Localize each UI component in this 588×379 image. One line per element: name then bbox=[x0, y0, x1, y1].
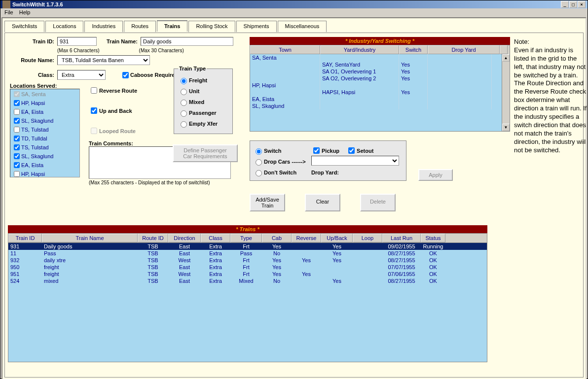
app-window: SwitchWithIt 1.7.3.6 _ □ × File Help Swi… bbox=[0, 0, 588, 379]
th-type[interactable]: Type bbox=[230, 234, 262, 242]
th-dir[interactable]: Direction bbox=[168, 234, 201, 242]
close-button[interactable]: × bbox=[578, 1, 586, 8]
trains-grid-body[interactable]: 931Daily goodsTSBEastExtraFrtYesYes09/02… bbox=[8, 243, 487, 362]
train-type-legend: Train Type bbox=[178, 66, 207, 71]
col-town[interactable]: Town bbox=[250, 45, 320, 54]
th-status[interactable]: Status bbox=[421, 234, 445, 242]
switching-row[interactable]: SA, Senta bbox=[250, 54, 510, 61]
menu-file[interactable]: File bbox=[4, 9, 13, 15]
drop-cars-radio[interactable] bbox=[256, 159, 262, 166]
location-item[interactable]: TD, Tulldal bbox=[11, 134, 79, 143]
th-loop[interactable]: Loop bbox=[353, 234, 382, 242]
add-save-train-button[interactable]: Add/Save Train bbox=[250, 194, 285, 211]
tab-routes[interactable]: Routes bbox=[124, 21, 156, 32]
train-type-mixed-radio[interactable] bbox=[181, 100, 187, 106]
app-icon bbox=[2, 0, 10, 8]
scroll-up-icon[interactable]: ▲ bbox=[502, 54, 510, 62]
location-item[interactable]: SA, Senta bbox=[11, 90, 79, 99]
tab-industries[interactable]: Industries bbox=[84, 21, 123, 32]
location-item[interactable]: TS, Tulstad bbox=[11, 143, 79, 152]
drop-cars-select[interactable] bbox=[311, 156, 399, 166]
caboose-checkbox[interactable] bbox=[122, 72, 129, 78]
location-checkbox[interactable] bbox=[14, 118, 20, 124]
location-checkbox[interactable] bbox=[14, 100, 20, 106]
clear-button[interactable]: Clear bbox=[305, 194, 340, 211]
location-checkbox[interactable] bbox=[14, 153, 20, 159]
train-row[interactable]: 931Daily goodsTSBEastExtraFrtYesYes09/02… bbox=[8, 243, 487, 250]
th-rev[interactable]: Reverse bbox=[292, 234, 321, 242]
dont-switch-radio[interactable] bbox=[256, 170, 262, 176]
switching-row[interactable]: SL, Skaglund bbox=[250, 103, 510, 109]
train-id-input[interactable] bbox=[57, 37, 97, 46]
route-name-label: Route Name: bbox=[10, 57, 54, 63]
train-row[interactable]: 951freightTSBWestExtraFrtYesYes07/06/195… bbox=[8, 271, 487, 277]
location-checkbox[interactable] bbox=[14, 91, 20, 97]
reverse-route-checkbox[interactable] bbox=[91, 87, 97, 94]
th-name[interactable]: Train Name bbox=[42, 234, 138, 242]
train-name-input[interactable] bbox=[141, 37, 233, 46]
train-form: Train ID: Train Name: (Max 6 Characters)… bbox=[10, 37, 247, 185]
location-checkbox[interactable] bbox=[14, 127, 20, 133]
switching-row[interactable]: SAY, SentaYardYes bbox=[250, 61, 510, 68]
th-cab[interactable]: Cab bbox=[262, 234, 292, 242]
location-item[interactable]: HP, Hapsi bbox=[11, 99, 79, 107]
location-item[interactable]: TS, Tulstad bbox=[11, 125, 79, 134]
location-item[interactable]: SL, Skaglund bbox=[11, 116, 79, 125]
switching-grid: Town Yard/Industry Switch Drop Yard SA, … bbox=[250, 45, 510, 132]
route-name-select[interactable]: TSB, Tuldall Senta Banen bbox=[57, 55, 150, 65]
up-and-back-checkbox[interactable] bbox=[91, 107, 97, 114]
train-row[interactable]: 11PassTSBEastExtraPassNoYes08/27/1955OK bbox=[8, 250, 487, 257]
train-row[interactable]: 950freightTSBEastExtraFrtYes07/07/1955OK bbox=[8, 264, 487, 271]
location-label: HP, Hapsi bbox=[21, 100, 45, 106]
switching-row[interactable]: SA O2, Overlevering 2Yes bbox=[250, 75, 510, 82]
train-type-freight-radio[interactable] bbox=[181, 78, 187, 84]
col-switch[interactable]: Switch bbox=[399, 45, 428, 54]
train-id-label: Train ID: bbox=[10, 38, 54, 44]
tab-miscellaneous[interactable]: Miscellaneous bbox=[278, 21, 327, 32]
switching-row[interactable]: SA O1, Overlevering 1Yes bbox=[250, 68, 510, 75]
train-type-empty-radio[interactable] bbox=[181, 121, 187, 128]
switching-row[interactable]: HP, Hapsi bbox=[250, 82, 510, 89]
train-row[interactable]: 524mixedTSBEastExtraMixedNoYes08/27/1955… bbox=[8, 277, 487, 284]
class-select[interactable]: Extra bbox=[57, 70, 106, 80]
location-checkbox[interactable] bbox=[14, 162, 20, 168]
location-item[interactable]: HP, Hapsi bbox=[11, 170, 79, 177]
switching-grid-body[interactable]: SA, SentaSAY, SentaYardYesSA O1, Overlev… bbox=[250, 54, 510, 131]
location-checkbox[interactable] bbox=[14, 136, 20, 141]
location-checkbox[interactable] bbox=[14, 144, 20, 150]
tab-locations[interactable]: Locations bbox=[45, 21, 83, 32]
train-type-unit-label: Unit bbox=[189, 88, 199, 94]
th-class[interactable]: Class bbox=[201, 234, 230, 242]
tab-rolling-stock[interactable]: Rolling Stock bbox=[188, 21, 235, 32]
switch-radio[interactable] bbox=[256, 148, 262, 155]
th-id[interactable]: Train ID bbox=[8, 234, 42, 242]
tab-switchlists[interactable]: Switchlists bbox=[4, 21, 44, 32]
train-name-label: Train Name: bbox=[107, 38, 138, 44]
location-checkbox[interactable] bbox=[14, 109, 20, 115]
tab-trains[interactable]: Trains bbox=[157, 20, 187, 32]
th-last[interactable]: Last Run bbox=[382, 234, 421, 242]
switching-row[interactable]: HAPSI, HapsiYes bbox=[250, 89, 510, 96]
train-type-unit-radio[interactable] bbox=[181, 89, 187, 95]
menu-help[interactable]: Help bbox=[19, 9, 31, 15]
switching-scrollbar[interactable]: ▲ ▼ bbox=[502, 54, 510, 131]
setout-checkbox[interactable] bbox=[348, 147, 355, 154]
switching-row[interactable]: EA, Eista bbox=[250, 96, 510, 103]
tab-shipments[interactable]: Shipments bbox=[236, 21, 277, 32]
minimize-button[interactable]: _ bbox=[561, 1, 569, 8]
location-checkbox[interactable] bbox=[14, 171, 20, 177]
location-item[interactable]: SL, Skaglund bbox=[11, 152, 79, 161]
th-route[interactable]: Route ID bbox=[138, 234, 168, 242]
location-item[interactable]: EA, Eista bbox=[11, 107, 79, 116]
locations-listbox[interactable]: SA, SentaHP, HapsiEA, EistaSL, SkaglundT… bbox=[10, 89, 80, 177]
th-upback[interactable]: Up/Back bbox=[321, 234, 353, 242]
col-drop[interactable]: Drop Yard bbox=[428, 45, 500, 54]
col-yard[interactable]: Yard/Industry bbox=[320, 45, 399, 54]
scroll-down-icon[interactable]: ▼ bbox=[502, 124, 510, 131]
maximize-button[interactable]: □ bbox=[569, 1, 577, 8]
train-type-passenger-radio[interactable] bbox=[181, 110, 187, 117]
location-item[interactable]: EA, Eista bbox=[11, 161, 79, 170]
menu-bar: File Help bbox=[0, 8, 588, 16]
pickup-checkbox[interactable] bbox=[313, 147, 320, 154]
train-row[interactable]: 932daily xtreTSBWestExtraFrtYesYesYes08/… bbox=[8, 257, 487, 264]
